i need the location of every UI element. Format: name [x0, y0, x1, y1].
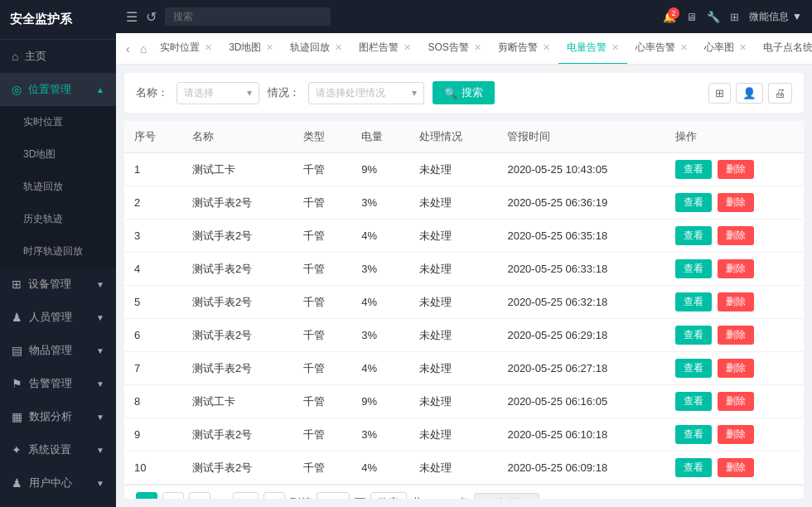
topbar-icon-monitor[interactable]: 🖥 [686, 11, 697, 23]
tab-close-icon[interactable]: ✕ [611, 42, 619, 53]
cell-time: 2020-05-25 10:43:05 [497, 153, 665, 186]
table-view-btn[interactable]: ⊞ [708, 83, 731, 104]
sidebar-item-label: 数据分析 [29, 409, 72, 424]
sidebar-menu: ⌂ 主页 ◎ 位置管理 ▲ 实时位置 3D地图 轨迹回放 历史轨迹 时序轨迹回放 [0, 40, 116, 507]
person-btn[interactable]: 👤 [736, 83, 763, 104]
view-button[interactable]: 查看 [675, 326, 712, 345]
cell-index: 3 [124, 220, 182, 253]
sidebar-item-goods[interactable]: ▤ 物品管理 ▼ [0, 334, 116, 367]
tab-close-icon[interactable]: ✕ [680, 42, 688, 53]
page-btn-1[interactable]: 1 [136, 492, 157, 499]
page-confirm-btn[interactable]: 确定 [370, 492, 407, 499]
menu-toggle-icon[interactable]: ☰ [126, 9, 138, 25]
delete-button[interactable]: 删除 [718, 425, 754, 444]
cell-time: 2020-05-25 06:36:19 [497, 186, 665, 220]
tab-track[interactable]: 轨迹回放 ✕ [282, 33, 350, 65]
sidebar-item-alarm[interactable]: ⚑ 告警管理 ▼ [0, 367, 116, 400]
tab-close-icon[interactable]: ✕ [266, 42, 273, 53]
page-goto-input[interactable] [317, 492, 350, 499]
tab-close-icon[interactable]: ✕ [474, 42, 481, 53]
name-select[interactable]: 请选择 ▾ [176, 82, 259, 104]
page-size-select[interactable]: 10 条/页 20 条/页 50 条/页 [474, 493, 539, 499]
tab-nav-left[interactable]: ‹ [121, 42, 135, 56]
sidebar: 安全监护系 ⌂ 主页 ◎ 位置管理 ▲ 实时位置 3D地图 轨迹回放 历史轨迹 [0, 0, 116, 507]
status-select[interactable]: 请选择处理情况 ▾ [308, 82, 424, 104]
refresh-icon[interactable]: ↺ [146, 9, 157, 25]
cell-status: 未处理 [409, 451, 497, 485]
tab-close-icon[interactable]: ✕ [739, 42, 747, 53]
sidebar-item-device[interactable]: ⊞ 设备管理 ▼ [0, 268, 116, 301]
tab-realtime[interactable]: 实时位置 ✕ [152, 33, 220, 65]
delete-button[interactable]: 删除 [718, 326, 754, 345]
tab-elec[interactable]: 电子点名统计图 ✕ [755, 33, 812, 65]
tab-label: SOS告警 [428, 41, 468, 55]
view-button[interactable]: 查看 [675, 392, 712, 411]
print-btn[interactable]: 🖨 [768, 83, 792, 104]
sidebar-item-label: 人员管理 [29, 310, 72, 325]
tab-close-icon[interactable]: ✕ [404, 42, 411, 53]
view-button[interactable]: 查看 [675, 259, 712, 278]
tab-battery[interactable]: 电量告警 ✕ [558, 33, 627, 65]
col-status: 处理情况 [409, 121, 497, 153]
sidebar-item-user[interactable]: ♟ 用户中心 ▼ [0, 466, 116, 500]
search-button[interactable]: 🔍 搜索 [433, 81, 495, 104]
tab-nav-home[interactable]: ⌂ [135, 42, 152, 56]
notification-bell[interactable]: 🔔 2 [663, 11, 676, 23]
sidebar-item-label: 设备管理 [28, 277, 71, 292]
col-name: 名称 [182, 121, 294, 153]
page-btn-3[interactable]: 3 [189, 492, 210, 499]
view-button[interactable]: 查看 [675, 160, 712, 179]
delete-button[interactable]: 删除 [718, 359, 754, 378]
cell-status: 未处理 [409, 319, 497, 352]
sidebar-item-data[interactable]: ▦ 数据分析 ▼ [0, 400, 116, 433]
col-index: 序号 [124, 121, 182, 153]
cell-status: 未处理 [409, 153, 497, 186]
tab-close-icon[interactable]: ✕ [335, 42, 342, 53]
sidebar-item-location[interactable]: ◎ 位置管理 ▲ [0, 73, 116, 106]
topbar-icon-settings[interactable]: 🔧 [707, 11, 720, 23]
topbar-icon-app[interactable]: ⊞ [730, 11, 739, 23]
tab-cut[interactable]: 剪断告警 ✕ [490, 33, 558, 65]
page-btn-last[interactable]: 1031 [233, 492, 259, 499]
delete-button[interactable]: 删除 [718, 292, 754, 311]
sidebar-item-realtime[interactable]: 实时位置 [0, 106, 116, 138]
delete-button[interactable]: 删除 [718, 193, 754, 212]
view-button[interactable]: 查看 [675, 292, 712, 311]
topbar-right: 🔔 2 🖥 🔧 ⊞ 微能信息 ▼ [663, 10, 802, 24]
tab-map3d[interactable]: 3D地图 ✕ [220, 33, 282, 65]
tab-heartmap[interactable]: 心率图 ✕ [696, 33, 755, 65]
search-container [165, 7, 331, 26]
delete-button[interactable]: 删除 [718, 259, 754, 278]
view-button[interactable]: 查看 [675, 458, 712, 477]
sidebar-item-home[interactable]: ⌂ 主页 [0, 40, 116, 73]
sidebar-item-system[interactable]: ✦ 系统设置 ▼ [0, 433, 116, 466]
delete-button[interactable]: 删除 [718, 458, 754, 477]
page-btn-2[interactable]: 2 [162, 492, 184, 499]
sidebar-item-history[interactable]: 历史轨迹 [0, 203, 116, 235]
data-table-container: 序号 名称 类型 电量 处理情况 管报时间 操作 1 测试工卡 千管 9% 未处… [124, 121, 804, 499]
delete-button[interactable]: 删除 [718, 392, 754, 411]
col-time: 管报时间 [497, 121, 665, 153]
chevron-down-icon: ▼ [96, 280, 104, 289]
tab-sos[interactable]: SOS告警 ✕ [419, 33, 489, 65]
search-input[interactable] [165, 7, 331, 26]
delete-button[interactable]: 删除 [718, 226, 754, 245]
sidebar-item-fence-track[interactable]: 时序轨迹回放 [0, 235, 116, 268]
view-button[interactable]: 查看 [675, 359, 712, 378]
page-next-btn[interactable]: > [263, 492, 285, 499]
sidebar-item-track[interactable]: 轨迹回放 [0, 171, 116, 203]
tab-close-icon[interactable]: ✕ [205, 42, 212, 53]
cell-battery: 4% [351, 286, 409, 319]
tab-close-icon[interactable]: ✕ [543, 42, 550, 53]
tab-label: 电量告警 [567, 41, 607, 55]
view-button[interactable]: 查看 [675, 425, 712, 444]
view-button[interactable]: 查看 [675, 193, 712, 212]
sidebar-item-map3d[interactable]: 3D地图 [0, 138, 116, 171]
topbar-menu-info[interactable]: 微能信息 ▼ [749, 10, 802, 24]
sidebar-logo: 安全监护系 [0, 0, 116, 40]
tab-heart[interactable]: 心率告警 ✕ [627, 33, 696, 65]
view-button[interactable]: 查看 [675, 226, 712, 245]
sidebar-item-people[interactable]: ♟ 人员管理 ▼ [0, 301, 116, 334]
tab-fence[interactable]: 图栏告警 ✕ [350, 33, 419, 65]
delete-button[interactable]: 删除 [718, 160, 754, 179]
